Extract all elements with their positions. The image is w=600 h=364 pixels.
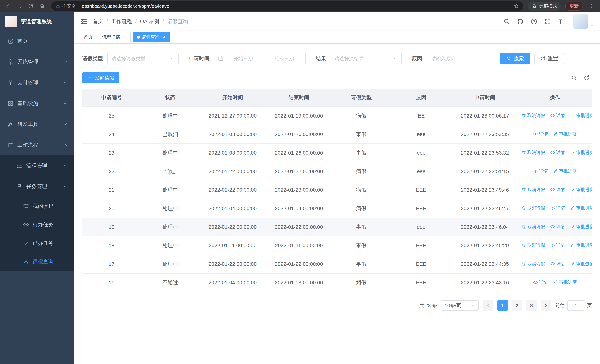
approval-progress-link[interactable]: 审批进度 (553, 168, 577, 174)
reset-button[interactable]: 重置 (534, 53, 564, 65)
approval-progress-link[interactable]: 审批进度 (553, 279, 577, 285)
cancel-leave-link[interactable]: 取消请假 (521, 242, 545, 248)
sidebar-item-task-management[interactable]: 任务管理 (0, 176, 74, 197)
sidebar-item-dev-tools[interactable]: 研发工具 (0, 114, 74, 135)
table-row[interactable]: 20 处理中 2022-01-04 00:00:00 2022-01-04 00… (82, 199, 592, 218)
browser-update-button[interactable]: 更新 (565, 2, 583, 10)
approval-progress-link[interactable]: 审批进度 (570, 224, 592, 230)
detail-link[interactable]: 详情 (533, 131, 548, 137)
table-row[interactable]: 17 处理中 2022-01-22 00:00:00 2022-01-22 00… (82, 255, 592, 273)
browser-forward-button[interactable] (15, 1, 24, 11)
detail-link[interactable]: 详情 (550, 205, 565, 211)
close-icon[interactable] (122, 35, 127, 40)
github-icon[interactable] (517, 18, 524, 25)
detail-link[interactable]: 详情 (550, 224, 565, 230)
detail-link[interactable]: 详情 (550, 149, 565, 156)
browser-menu-button[interactable] (587, 1, 596, 11)
bookmark-star-button[interactable] (514, 3, 519, 9)
cancel-leave-link[interactable]: 取消请假 (521, 187, 545, 193)
font-size-icon[interactable] (558, 18, 565, 25)
sidebar-item-home[interactable]: 首页 (0, 31, 74, 52)
sidebar-item-leave-query[interactable]: 请假查询 (0, 252, 74, 271)
sidebar-item-workflow[interactable]: 工作流程 (0, 135, 74, 155)
table-row[interactable]: 25 处理中 2021-12-27 00:00:00 2022-01-19 00… (82, 107, 592, 125)
cancel-leave-link[interactable]: 取消请假 (521, 261, 545, 267)
tab-process-detail[interactable]: 流程详情 (99, 32, 131, 42)
sidebar-item-done-tasks[interactable]: 已办任务 (0, 234, 74, 252)
leave-type-select[interactable]: 请选择请假类型 (107, 53, 179, 65)
detail-label: 详情 (556, 242, 565, 248)
search-icon[interactable] (503, 18, 510, 25)
approval-progress-link[interactable]: 审批进度 (570, 187, 592, 193)
approval-progress-link[interactable]: 审批进度 (570, 261, 592, 267)
goto-page-input[interactable] (567, 300, 584, 311)
tab-home[interactable]: 首页 (80, 32, 96, 42)
browser-reload-button[interactable] (26, 1, 36, 11)
approval-progress-link[interactable]: 审批进度 (570, 112, 592, 118)
sidebar-item-my-process[interactable]: 我的流程 (0, 197, 74, 215)
browser-home-button[interactable] (37, 1, 47, 11)
toggle-search-icon[interactable] (571, 75, 577, 81)
sidebar-item-infrastructure[interactable]: 基础设施 (0, 93, 74, 114)
cancel-leave-link[interactable]: 取消请假 (521, 149, 545, 156)
result-select[interactable]: 请选择流结果 (331, 53, 402, 65)
table-row[interactable]: 19 处理中 2022-01-22 00:00:00 2022-01-22 00… (82, 218, 592, 236)
table-row[interactable]: 21 处理中 2022-01-22 00:00:00 2022-01-23 00… (82, 181, 592, 199)
chevron-down-icon (590, 24, 594, 28)
browser-back-button[interactable] (4, 1, 13, 11)
sidebar-item-payment-management[interactable]: 支付管理 (0, 72, 74, 93)
table-row[interactable]: 16 不通过 2022-01-04 00:00:00 2022-01-13 00… (82, 273, 592, 292)
address-bar[interactable]: 不安全 dashboard.yudao.iocoder.cn/bpm/oa/le… (51, 1, 523, 11)
result-label: 结果 (316, 55, 326, 62)
apply-time-range-picker[interactable]: 开始日期 - 结束日期 (214, 53, 306, 65)
refresh-table-icon[interactable] (584, 75, 590, 81)
cancel-leave-link[interactable]: 取消请假 (521, 205, 545, 211)
table-row[interactable]: 22 通过 2022-01-22 00:00:00 2022-01-22 00:… (82, 162, 592, 181)
detail-link[interactable]: 详情 (550, 112, 565, 118)
detail-link[interactable]: 详情 (550, 187, 565, 193)
chevron-down-icon (63, 80, 67, 85)
breadcrumb-item[interactable]: OA 示例 (140, 18, 159, 25)
page-size-select[interactable]: 10条/页 (441, 300, 479, 311)
sidebar-item-process-management[interactable]: 流程管理 (0, 155, 74, 176)
detail-link[interactable]: 详情 (550, 242, 565, 248)
cancel-leave-link[interactable]: 取消请假 (521, 112, 545, 118)
table-row[interactable]: 18 处理中 2022-01-11 00:00:00 2022-01-11 00… (82, 236, 592, 255)
next-page-button[interactable] (541, 300, 551, 311)
reset-button-label: 重置 (548, 55, 558, 62)
sidebar-toggle-button[interactable] (80, 18, 87, 25)
page-button-2[interactable]: 2 (512, 300, 522, 311)
prev-page-button[interactable] (483, 300, 493, 311)
breadcrumb-item[interactable]: 首页 (93, 18, 103, 25)
table-row[interactable]: 23 处理中 2022-01-03 00:00:00 2022-01-26 00… (82, 144, 592, 162)
cancel-leave-link[interactable]: 取消请假 (521, 224, 545, 230)
approval-progress-link[interactable]: 审批进度 (570, 205, 592, 211)
app-logo-row[interactable]: 芋道管理系统 (0, 12, 74, 31)
cell-apply-no: 18 (82, 236, 141, 255)
sidebar-item-system-management[interactable]: 系统管理 (0, 52, 74, 72)
col-end-time: 结束时间 (266, 89, 332, 107)
tab-leave-query[interactable]: 请假查询 (133, 32, 170, 42)
create-leave-button[interactable]: 发起请假 (82, 72, 119, 84)
help-icon[interactable] (531, 18, 537, 25)
fullscreen-icon[interactable] (544, 18, 551, 25)
reason-input[interactable] (431, 56, 486, 62)
table-row[interactable]: 24 已取消 2022-01-03 00:00:00 2022-01-26 00… (82, 125, 592, 144)
cell-actions: 详情 审批进度 (518, 162, 592, 181)
table-body: 25 处理中 2021-12-27 00:00:00 2022-01-19 00… (82, 107, 592, 292)
page-button-3[interactable]: 3 (526, 300, 537, 311)
search-button[interactable]: 搜索 (500, 53, 530, 65)
user-menu[interactable] (573, 14, 594, 29)
detail-link[interactable]: 详情 (533, 168, 548, 174)
detail-link[interactable]: 详情 (550, 261, 565, 267)
breadcrumb-item[interactable]: 工作流程 (111, 18, 132, 25)
close-icon[interactable] (161, 35, 166, 40)
approval-progress-link[interactable]: 审批进度 (570, 149, 592, 156)
detail-link[interactable]: 详情 (533, 279, 548, 285)
approval-progress-link[interactable]: 审批进度 (553, 131, 577, 137)
security-chip[interactable]: 不安全 (56, 3, 75, 9)
cell-apply-no: 23 (82, 144, 141, 162)
sidebar-item-todo-tasks[interactable]: 待办任务 (0, 215, 74, 234)
approval-progress-link[interactable]: 审批进度 (570, 242, 592, 248)
page-button-1[interactable]: 1 (497, 300, 508, 311)
